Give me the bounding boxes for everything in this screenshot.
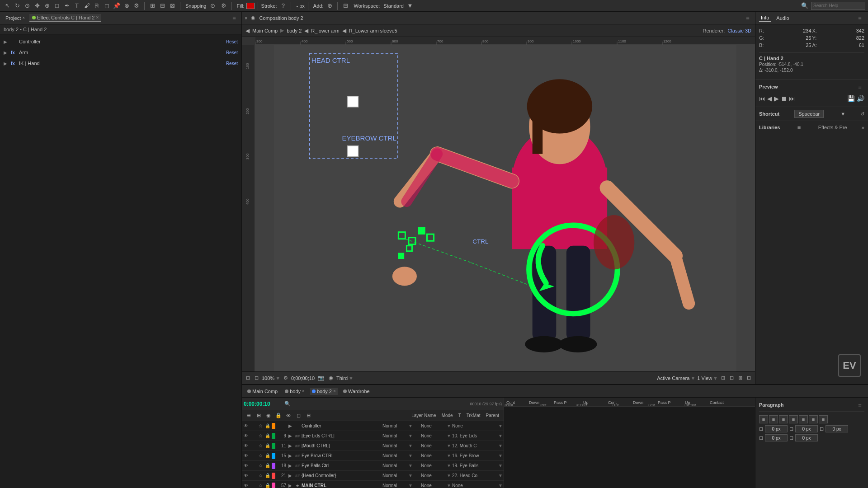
eraser-tool[interactable]: ◻ — [102, 1, 111, 10]
lr-expand-eyelids[interactable]: ▶ — [287, 433, 293, 438]
tab-project[interactable]: Project × — [3, 14, 28, 22]
lr-trkmat-arrow-eyelids[interactable]: ▼ — [447, 433, 451, 438]
indent-left-input[interactable] — [765, 425, 788, 432]
lr-trkmat-arrow-controller[interactable]: ▼ — [447, 423, 451, 428]
lr-solo-eyeballs[interactable]: ☆ — [257, 463, 264, 468]
lr-expand-eyebrow[interactable]: ▶ — [287, 453, 293, 458]
select-tool[interactable]: ↖ — [3, 1, 12, 10]
lr-solo-eyelids[interactable]: ☆ — [257, 433, 264, 438]
reset-controller[interactable]: Reset — [226, 39, 238, 44]
preview-play-btn[interactable]: ▶ — [774, 95, 779, 102]
info-menu-btn[interactable]: ≡ — [855, 14, 864, 23]
tl-tab-main-comp[interactable]: Main Comp — [245, 388, 279, 395]
lr-lock-eyelids[interactable]: 🔒 — [264, 433, 271, 438]
tl-close-body2[interactable]: × — [333, 389, 336, 394]
lr-mode-arrow-controller[interactable]: ▼ — [408, 423, 413, 428]
lr-vis-mainctrl[interactable]: 👁 — [243, 483, 249, 488]
stroke-query[interactable]: ? — [278, 1, 288, 10]
3d-tool-1[interactable]: ⊞ — [148, 1, 157, 10]
comp-bc-rlowerarm[interactable]: R_lower arm — [311, 28, 339, 33]
shortcut-dropdown[interactable]: ▼ — [840, 111, 845, 117]
lr-mode-arrow-mouth[interactable]: ▼ — [408, 443, 413, 448]
lr-vis-eyelids[interactable]: 👁 — [243, 433, 249, 438]
effect-row-controller[interactable]: ▶ fx Controller Reset — [0, 36, 241, 47]
fill-color-box[interactable] — [246, 3, 255, 9]
comp-bc-body2[interactable]: body 2 — [287, 28, 302, 33]
panel-menu-btn[interactable]: ≡ — [230, 14, 239, 23]
camera-dropdown[interactable]: ▼ — [690, 375, 695, 381]
puppet-tool[interactable]: ⊕ — [42, 1, 52, 10]
lr-solo-controller[interactable]: ☆ — [257, 423, 264, 428]
comp-bc-sleeve[interactable]: R_Lower arm sleeve5 — [349, 28, 397, 33]
align-right-btn[interactable]: ≡ — [779, 415, 788, 423]
lr-parent-arrow-eyebrow[interactable]: ▼ — [498, 453, 503, 458]
align-justify-r-btn[interactable]: ≡ — [809, 415, 818, 423]
text-tool[interactable]: T — [72, 1, 81, 10]
preview-first-btn[interactable]: ⏮ — [759, 95, 765, 102]
lr-solo-headctrl[interactable]: ☆ — [257, 473, 264, 478]
pan-tool[interactable]: ✥ — [33, 1, 42, 10]
lr-vis-eyebrow[interactable]: 👁 — [243, 453, 249, 458]
lr-solo-eyebrow[interactable]: ☆ — [257, 453, 264, 458]
layer-row-headctrl[interactable]: 👁 ☆ 🔒 21 ▶ ## {Head Controller} Normal ▼ — [242, 471, 504, 481]
layer-row-mouth[interactable]: 👁 ☆ 🔒 11 ▶ ## [Mouth CTRL] Normal ▼ — [242, 441, 504, 451]
spacing-after-input[interactable] — [826, 425, 848, 432]
lr-mode-arrow-eyeballs[interactable]: ▼ — [408, 463, 413, 468]
preview-audio-btn[interactable]: 🔊 — [857, 95, 864, 102]
preview-stop-btn[interactable]: ⏹ — [781, 95, 787, 102]
viewer-layers-btn[interactable]: ⊞ — [720, 375, 726, 381]
para-menu-btn[interactable]: ≡ — [855, 400, 864, 409]
camera-orbit-tool[interactable]: ⊙ — [23, 1, 32, 10]
comp-nav-next1[interactable]: ◀ — [304, 28, 308, 34]
roto-tool[interactable]: ⚙ — [132, 1, 141, 10]
spacing-before-input[interactable] — [795, 434, 818, 441]
brush-tool[interactable]: 🖌 — [82, 1, 91, 10]
artwork-canvas[interactable]: HEAD CTRL EYEBROW CTRL CTRL — [255, 45, 755, 371]
shape-tool[interactable]: □ — [52, 1, 61, 10]
lr-expand-mainctrl[interactable]: ▶ — [287, 483, 293, 488]
expand-libraries-btn[interactable]: » — [862, 125, 864, 130]
lr-mode-arrow-eyebrow[interactable]: ▼ — [408, 453, 413, 458]
lr-lock-controller[interactable]: 🔒 — [264, 423, 271, 428]
pen-tool[interactable]: ✒ — [62, 1, 71, 10]
viewer-settings-btn[interactable]: ⚙ — [282, 375, 289, 381]
tl-ctrl-btn-7[interactable]: ⊟ — [304, 412, 312, 420]
3d-tool-3[interactable]: ⊠ — [168, 1, 177, 10]
tl-tab-body2[interactable]: body 2 × — [310, 388, 338, 395]
lr-mode-arrow-headctrl[interactable]: ▼ — [408, 473, 413, 478]
lr-parent-arrow-eyeballs[interactable]: ▼ — [498, 463, 503, 468]
layer-row-controller[interactable]: 👁 ☆ 🔒 ▶ Controller Normal ▼ — [242, 421, 504, 431]
tl-ctrl-btn-2[interactable]: ⊞ — [255, 412, 263, 420]
align-justify-btn[interactable]: ≡ — [789, 415, 798, 423]
snapping-toggle[interactable]: ⊙ — [208, 1, 217, 10]
lr-expand-controller[interactable]: ▶ — [287, 423, 293, 428]
layer-row-mainctrl[interactable]: 👁 ☆ 🔒 57 ▶ ★ MAIN CTRL Normal ▼ — [242, 481, 504, 488]
tl-ctrl-btn-1[interactable]: ⊕ — [245, 412, 253, 420]
tl-search-icon[interactable]: 🔍 — [283, 399, 292, 408]
lr-trkmat-arrow-eyebrow[interactable]: ▼ — [447, 453, 451, 458]
puppet-pin-tool[interactable]: 📌 — [112, 1, 121, 10]
viewer-cam-btn[interactable]: 📷 — [316, 375, 326, 381]
lr-solo-mouth[interactable]: ☆ — [257, 443, 264, 448]
viewer-safe-btn[interactable]: ⊟ — [253, 375, 260, 381]
mask-feather-tool[interactable]: ⊗ — [122, 1, 131, 10]
libraries-menu-btn[interactable]: ≡ — [795, 123, 804, 132]
lr-expand-headctrl[interactable]: ▶ — [287, 473, 293, 478]
layer-row-eyeballs[interactable]: 👁 ☆ 🔒 18 ▶ ## Eye Balls Ctrl Normal ▼ — [242, 461, 504, 471]
align-center-btn[interactable]: ≡ — [769, 415, 778, 423]
shortcut-reset-btn[interactable]: ↺ — [860, 111, 864, 117]
tl-ctrl-btn-3[interactable]: ◉ — [264, 412, 273, 420]
reset-ik-hand[interactable]: Reset — [226, 61, 238, 66]
search-input[interactable] — [811, 2, 865, 10]
tab-audio[interactable]: Audio — [774, 14, 791, 22]
tab-effect-controls[interactable]: Effect Controls C | Hand 2 × — [29, 14, 101, 22]
lr-parent-arrow-mainctrl[interactable]: ▼ — [498, 483, 503, 488]
add-btn[interactable]: ⊕ — [325, 1, 334, 10]
workspace-icon[interactable]: ⊟ — [341, 1, 350, 10]
view-dropdown[interactable]: ▼ — [349, 375, 354, 381]
lr-trkmat-arrow-mainctrl[interactable]: ▼ — [447, 483, 451, 488]
align-justify-center-btn[interactable]: ≡ — [819, 415, 828, 423]
lr-vis-headctrl[interactable]: 👁 — [243, 473, 249, 478]
effect-row-ik-hand[interactable]: ▶ fx IK | Hand Reset — [0, 58, 241, 69]
tab-info[interactable]: Info — [759, 14, 771, 22]
